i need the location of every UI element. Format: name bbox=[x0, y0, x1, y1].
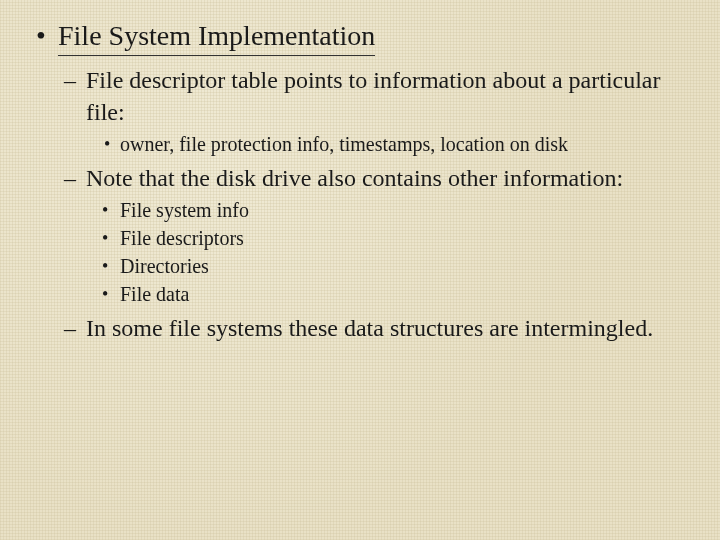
l4-text: File data bbox=[120, 283, 189, 305]
l2-item: – In some file systems these data struct… bbox=[64, 312, 686, 344]
outline-level-2: – File descriptor table points to inform… bbox=[64, 64, 686, 344]
bullet-icon: • bbox=[102, 252, 108, 280]
l4-item: • File system info bbox=[100, 196, 686, 224]
bullet-icon: • bbox=[102, 280, 108, 308]
l2-text: Note that the disk drive also contains o… bbox=[86, 165, 623, 191]
bullet-icon: • bbox=[36, 18, 46, 54]
l4-item: • File data bbox=[100, 280, 686, 308]
l2-item: – File descriptor table points to inform… bbox=[64, 64, 686, 158]
l4-item: • Directories bbox=[100, 252, 686, 280]
l4-text: File system info bbox=[120, 199, 249, 221]
slide-title: File System Implementation bbox=[58, 18, 375, 56]
l3-item: • owner, file protection info, timestamp… bbox=[102, 130, 686, 158]
l2-item: – Note that the disk drive also contains… bbox=[64, 162, 686, 308]
l1-item: • File System Implementation – File desc… bbox=[34, 18, 686, 344]
outline-level-3: • owner, file protection info, timestamp… bbox=[102, 130, 686, 158]
bullet-icon: • bbox=[102, 196, 108, 224]
outline-level-3: • File system info • File descriptors • … bbox=[100, 196, 686, 308]
l2-text: File descriptor table points to informat… bbox=[86, 67, 661, 125]
bullet-icon: • bbox=[102, 224, 108, 252]
dash-icon: – bbox=[64, 162, 76, 194]
l4-text: Directories bbox=[120, 255, 209, 277]
l4-item: • File descriptors bbox=[100, 224, 686, 252]
l3-text: owner, file protection info, timestamps,… bbox=[120, 133, 568, 155]
l4-text: File descriptors bbox=[120, 227, 244, 249]
dash-icon: – bbox=[64, 312, 76, 344]
dash-icon: – bbox=[64, 64, 76, 96]
bullet-icon: • bbox=[104, 130, 110, 158]
outline-level-1: • File System Implementation – File desc… bbox=[34, 18, 686, 344]
l2-text: In some file systems these data structur… bbox=[86, 315, 653, 341]
